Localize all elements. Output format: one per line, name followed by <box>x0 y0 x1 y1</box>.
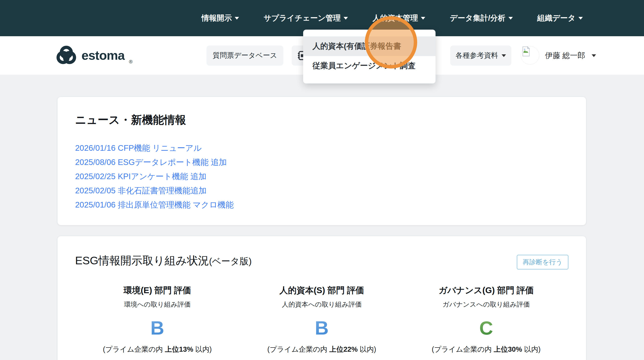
estoma-logo-icon <box>56 44 77 66</box>
grade-note: (プライム企業の内 上位22% 以内) <box>240 344 404 354</box>
brand-logo[interactable]: estoma ® <box>56 44 132 67</box>
rediagnose-button[interactable]: 再診断を行う <box>517 255 568 270</box>
esg-section-subheading: ガバナンスへの取り組み評価 <box>404 300 568 309</box>
esg-title-text: ESG情報開示取り組み状況 <box>75 254 209 267</box>
grade-letter: B <box>240 317 404 339</box>
esg-section-heading: 人的資本(S) 部門 評価 <box>240 284 404 296</box>
nav-item-label: 人的資本管理 <box>372 13 418 23</box>
esg-section-human-capital: 人的資本(S) 部門 評価 人的資本への取り組み評価 B (プライム企業の内 上… <box>240 284 404 354</box>
esg-header: ESG情報開示取り組み状況(ベータ版) 再診断を行う <box>75 253 568 270</box>
chevron-down-icon <box>235 17 239 20</box>
grade-note-suffix: 以内) <box>358 345 376 353</box>
menu-item-label: 人的資本(有価証券報告書 <box>312 41 401 52</box>
user-name: 伊藤 総一郎 <box>545 50 585 61</box>
grade-letter: B <box>75 317 240 339</box>
grade-letter: C <box>404 317 568 339</box>
chevron-down-icon <box>592 54 596 57</box>
avatar[interactable] <box>521 46 539 64</box>
grade-note-percent: 上位22% <box>329 345 358 353</box>
esg-columns: 環境(E) 部門 評価 環境への取り組み評価 B (プライム企業の内 上位13%… <box>75 284 568 354</box>
news-link[interactable]: 2025/08/06 ESGデータレポート機能 追加 <box>75 155 227 169</box>
esg-title-suffix: (ベータ版) <box>209 256 252 266</box>
nav-item-label: 情報開示 <box>201 13 232 23</box>
menu-item-human-capital-securities-report[interactable]: 人的資本(有価証券報告書 <box>303 36 436 56</box>
brand-name: estoma <box>82 48 124 63</box>
user-menu[interactable]: 伊藤 総一郎 <box>545 46 596 66</box>
grade-note-suffix: 以内) <box>522 345 541 353</box>
chevron-down-icon <box>421 17 425 20</box>
grade-note-percent: 上位13% <box>165 345 193 353</box>
nav-item-label: 組織データ <box>537 13 576 23</box>
menu-item-label: 従業員エンゲージメント調査 <box>312 60 416 71</box>
grade-note-prefix: (プライム企業の内 <box>103 345 165 353</box>
news-card: ニュース・新機能情報 2026/01/16 CFP機能 リニューアル 2025/… <box>58 97 586 225</box>
nav-item-supply-chain[interactable]: サプライチェーン管理 <box>264 13 348 23</box>
nav-item-data-analysis[interactable]: データ集計/分析 <box>450 13 512 23</box>
news-link[interactable]: 2025/01/06 排出原単位管理機能 マクロ機能 <box>75 198 234 212</box>
esg-section-governance: ガバナンス(G) 部門 評価 ガバナンスへの取り組み評価 C (プライム企業の内… <box>404 284 568 354</box>
esg-section-subheading: 環境への取り組み評価 <box>75 300 240 309</box>
news-link[interactable]: 2026/01/16 CFP機能 リニューアル <box>75 141 202 155</box>
reference-materials-label: 各種参考資料 <box>456 51 498 60</box>
grade-note-suffix: 以内) <box>193 345 212 353</box>
grade-note: (プライム企業の内 上位13% 以内) <box>75 344 240 354</box>
human-capital-dropdown-menu: 人的資本(有価証券報告書 従業員エンゲージメント調査 <box>303 30 436 84</box>
esg-title: ESG情報開示取り組み状況(ベータ版) <box>75 253 252 268</box>
esg-section-environment: 環境(E) 部門 評価 環境への取り組み評価 B (プライム企業の内 上位13%… <box>75 284 240 354</box>
news-title: ニュース・新機能情報 <box>75 112 568 127</box>
nav-item-label: サプライチェーン管理 <box>264 13 340 23</box>
nav-item-human-capital[interactable]: 人的資本管理 <box>372 13 425 23</box>
news-link[interactable]: 2025/02/05 非化石証書管理機能追加 <box>75 184 206 198</box>
esg-status-card: ESG情報開示取り組み状況(ベータ版) 再診断を行う 環境(E) 部門 評価 環… <box>58 236 586 360</box>
nav-item-label: データ集計/分析 <box>450 13 505 23</box>
chevron-down-icon <box>578 17 583 20</box>
reference-materials-button[interactable]: 各種参考資料 <box>450 46 512 66</box>
chevron-down-icon <box>344 17 348 20</box>
registered-mark: ® <box>129 59 132 64</box>
esg-section-subheading: 人的資本への取り組み評価 <box>240 300 404 309</box>
esg-section-heading: ガバナンス(G) 部門 評価 <box>404 284 568 296</box>
questionnaire-database-button[interactable]: 質問票データベース <box>206 46 283 66</box>
nav-item-org-data[interactable]: 組織データ <box>537 13 583 23</box>
esg-section-heading: 環境(E) 部門 評価 <box>75 284 240 296</box>
broken-image-icon <box>520 46 532 57</box>
news-link[interactable]: 2025/02/25 KPIアンケート機能 追加 <box>75 169 206 184</box>
menu-item-employee-engagement-survey[interactable]: 従業員エンゲージメント調査 <box>303 56 436 76</box>
nav-item-disclosure[interactable]: 情報開示 <box>201 13 239 23</box>
grade-note-prefix: (プライム企業の内 <box>268 345 329 353</box>
grade-note-percent: 上位30% <box>494 345 522 353</box>
grade-note-prefix: (プライム企業の内 <box>432 345 494 353</box>
news-list: 2026/01/16 CFP機能 リニューアル 2025/08/06 ESGデー… <box>75 141 568 212</box>
grade-note: (プライム企業の内 上位30% 以内) <box>404 344 568 354</box>
chevron-down-icon <box>508 17 513 20</box>
chevron-down-icon <box>502 54 506 57</box>
